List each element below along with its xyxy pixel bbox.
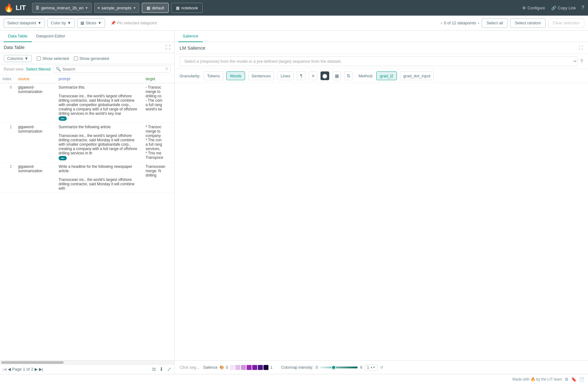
table-row[interactable]: 2 gigaword-summarization Write a headlin… — [0, 163, 174, 193]
show-generated-checkbox[interactable] — [74, 56, 78, 61]
slices-icon: ▦ — [80, 21, 84, 25]
reset-view-button[interactable]: Reset view — [4, 67, 24, 71]
salience-help-icon[interactable]: ? — [580, 59, 583, 64]
notebook-button[interactable]: ▦ notebook — [171, 3, 203, 13]
method-grad-dot-input-button[interactable]: grad_dot_input — [400, 71, 434, 80]
main-layout: Data Table Datapoint Editor Data Table ⛶… — [0, 31, 588, 374]
scale-box-6 — [258, 365, 263, 370]
first-page-button[interactable]: |◀ — [2, 367, 7, 372]
pin-button[interactable]: 📌 Pin selected datapoint — [108, 19, 160, 27]
datapoint-nav: ‹ 0 of 12 datapoints › — [441, 21, 479, 25]
scale-box-7 — [263, 365, 268, 370]
help-button[interactable]: ? — [581, 5, 584, 11]
pin-label: Pin selected datapoint — [117, 21, 157, 25]
select-datapoint-button[interactable]: Select datapoint ▼ — [4, 18, 45, 28]
col-header-prompt[interactable]: prompt — [56, 75, 143, 83]
vis-grid-button[interactable]: ▦ — [332, 71, 341, 80]
granularity-words-button[interactable]: Words — [226, 71, 245, 80]
right-panel: Salience LM Salience ⛶ Select a (respons… — [175, 31, 588, 374]
tab-data-table[interactable]: Data Table — [4, 31, 32, 42]
select-filtered-button[interactable]: Select filtered — [26, 67, 51, 71]
copy-link-button[interactable]: 🔗 Copy Link — [551, 6, 576, 10]
notebook-label: notebook — [181, 6, 198, 10]
data-table-header: Data Table ⛶ — [0, 42, 174, 53]
granularity-tokens-button[interactable]: Tokens — [204, 71, 223, 80]
chevron-icon: ▼ — [37, 21, 41, 25]
settings-icon[interactable]: ⚙ — [565, 377, 569, 382]
vis-circle-button[interactable]: ⬤ — [321, 71, 329, 80]
granularity-sentences-button[interactable]: Sentences — [248, 71, 274, 80]
table-row[interactable]: 1 gigaword-summarization Summarize the f… — [0, 123, 174, 163]
notebook-icon: ▦ — [176, 6, 180, 10]
nav-info: 0 of 12 datapoints — [444, 21, 476, 25]
salience-panel: LM Salience ⛶ Select a (response) from t… — [175, 42, 588, 360]
slices-button[interactable]: ▦ Slices ▼ — [77, 18, 105, 28]
flame-icon: 🔥 — [4, 3, 14, 13]
tab-datapoint-editor[interactable]: Datapoint Editor — [32, 31, 70, 42]
colormap-slider[interactable] — [320, 367, 358, 368]
salience-expand-icon[interactable]: ⛶ — [579, 46, 583, 50]
row-2-index: 2 — [0, 163, 16, 193]
current-page: 1 — [23, 367, 25, 372]
slider-thumb[interactable] — [331, 365, 336, 370]
method-grad-l2-button[interactable]: grad_l2 — [376, 71, 397, 80]
vis-adjust-button[interactable]: ⇅ — [344, 71, 353, 80]
download-button[interactable]: ⬇ — [159, 366, 164, 373]
horizontal-scrollbar[interactable] — [0, 360, 174, 364]
bookmark-icon[interactable]: 🔖 — [571, 377, 576, 382]
pin-icon: 📌 — [111, 21, 116, 25]
model-dropdown[interactable]: 🗄 gemma_instruct_2b_en ▼ — [32, 3, 92, 13]
search-input[interactable] — [62, 67, 164, 71]
columns-button[interactable]: Columns ▼ — [4, 55, 32, 62]
color-by-button[interactable]: Color by ▼ — [47, 18, 75, 28]
granularity-lines-button[interactable]: Lines — [277, 71, 294, 80]
select-datapoint-label: Select datapoint — [7, 21, 36, 25]
salience-select[interactable]: Select a (response) from the model or a … — [180, 56, 578, 66]
col-header-target[interactable]: target — [143, 75, 174, 83]
scale-min: 0 — [226, 365, 228, 370]
select-random-button[interactable]: Select random — [510, 18, 546, 28]
more-button-1[interactable]: ••• — [59, 156, 67, 160]
data-table: index source prompt target 0 gigaword-su… — [0, 75, 174, 193]
scale-box-1 — [230, 365, 235, 370]
copy-button[interactable]: ⧉ — [152, 366, 156, 373]
show-selected-checkbox[interactable] — [37, 56, 41, 61]
col-header-source[interactable]: source — [16, 75, 56, 83]
stepper-icon[interactable]: ▲▼ — [370, 366, 375, 369]
select-all-button[interactable]: Select all — [482, 18, 508, 28]
expand-icon[interactable]: ⛶ — [166, 45, 171, 50]
prev-datapoint-button[interactable]: ‹ — [441, 21, 442, 25]
default-button[interactable]: ▦ default — [142, 3, 169, 13]
bottom-bar: Click seg... Salience 🎨 0 1 Colormap int… — [175, 360, 588, 374]
show-selected-label: Show selected — [42, 56, 69, 61]
top-nav: 🔥 LIT 🗄 gemma_instruct_2b_en ▼ ≡ sample_… — [0, 0, 588, 16]
search-help-icon[interactable]: ? — [166, 67, 168, 71]
granularity-row: Granularity: Tokens Words Sentences Line… — [175, 69, 588, 83]
salience-title: LM Salience — [180, 45, 205, 51]
dataset-dropdown[interactable]: ≡ sample_prompts ▼ — [94, 3, 140, 13]
default-label: default — [152, 6, 164, 10]
clear-selection-button[interactable]: Clear selection — [548, 18, 584, 28]
vis-paragraph-button[interactable]: ≡ — [309, 71, 317, 80]
resize-button[interactable]: ⤢ — [166, 366, 172, 373]
last-page-button[interactable]: ▶| — [39, 367, 43, 372]
row-1-source: gigaword-summarization — [16, 123, 56, 163]
toolbar: Select datapoint ▼ Color by ▼ ▦ Slices ▼… — [0, 16, 588, 31]
next-page-button[interactable]: ▶ — [35, 367, 38, 372]
configure-button[interactable]: ⚙ Configure — [522, 6, 545, 10]
more-button-0[interactable]: ••• — [59, 116, 67, 121]
row-1-index: 1 — [0, 123, 16, 163]
tab-salience[interactable]: Salience — [178, 31, 203, 42]
show-selected-checkbox-label[interactable]: Show selected — [37, 56, 69, 61]
scale-box-2 — [235, 365, 240, 370]
vis-pilcrow-button[interactable]: ¶ — [297, 71, 306, 80]
row-2-source: gigaword-summarization — [16, 163, 56, 193]
show-generated-checkbox-label[interactable]: Show generated — [74, 56, 109, 61]
salience-content — [175, 83, 588, 360]
right-panel-tabs: Salience — [175, 31, 588, 42]
file-icon[interactable]: 📄 — [579, 377, 584, 382]
next-datapoint-button[interactable]: › — [478, 21, 479, 25]
refresh-icon[interactable]: ↺ — [380, 365, 383, 370]
table-row[interactable]: 0 gigaword-summarization Summarize this.… — [0, 83, 174, 123]
chevron-down-icon-2: ▼ — [133, 6, 136, 10]
